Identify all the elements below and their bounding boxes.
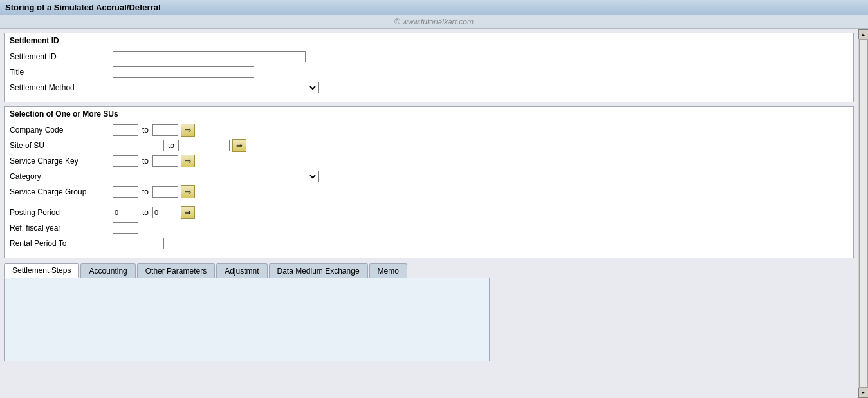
company-code-to[interactable]	[152, 124, 178, 136]
service-charge-key-row: Service Charge Key to ⇒	[10, 155, 848, 167]
selection-su-title: Selection of One or More SUs	[10, 109, 848, 120]
content-area: Settlement ID Settlement ID Title Settle…	[0, 29, 868, 398]
tab-accounting[interactable]: Accounting	[80, 263, 135, 278]
settlement-method-row: Settlement Method	[10, 81, 848, 94]
rental-period-to-row: Rental Period To	[10, 237, 848, 250]
posting-period-from[interactable]	[113, 207, 138, 218]
title-label: Title	[10, 68, 113, 77]
selection-su-section: Selection of One or More SUs Company Cod…	[4, 106, 854, 258]
title-bar: Storing of a Simulated Accrual/Deferral	[0, 0, 868, 15]
scroll-up-btn[interactable]: ▲	[858, 29, 869, 39]
company-code-row: Company Code to ⇒	[10, 124, 848, 137]
rental-period-to-label: Rental Period To	[10, 239, 113, 248]
service-charge-group-from[interactable]	[113, 186, 138, 198]
ref-fiscal-year-label: Ref. fiscal year	[10, 223, 113, 232]
service-charge-key-to[interactable]	[152, 155, 178, 167]
site-su-row: Site of SU to ⇒	[10, 139, 848, 152]
scroll-down-btn[interactable]: ▼	[858, 388, 869, 398]
site-su-label: Site of SU	[10, 141, 113, 150]
site-su-to[interactable]	[178, 140, 230, 151]
posting-period-label: Posting Period	[10, 208, 113, 217]
ref-fiscal-year-input[interactable]	[113, 222, 138, 234]
settlement-id-input[interactable]	[113, 51, 306, 62]
category-row: Category	[10, 170, 848, 183]
watermark-text: © www.tutorialkart.com	[394, 17, 474, 26]
settlement-id-label: Settlement ID	[10, 52, 113, 61]
service-charge-key-from[interactable]	[113, 155, 138, 167]
tab-adjustmnt[interactable]: Adjustmnt	[216, 263, 267, 278]
posting-period-to[interactable]	[152, 207, 178, 218]
category-select[interactable]	[113, 171, 319, 182]
tabs-area: Settlement Steps Accounting Other Parame…	[4, 263, 854, 361]
tabs-row: Settlement Steps Accounting Other Parame…	[4, 263, 854, 278]
posting-period-arrow[interactable]: ⇒	[181, 206, 195, 219]
service-charge-key-label: Service Charge Key	[10, 156, 113, 166]
tab-other-parameters[interactable]: Other Parameters	[137, 263, 215, 278]
company-code-from[interactable]	[113, 124, 138, 136]
category-label: Category	[10, 172, 113, 181]
company-code-to-label: to	[142, 126, 149, 135]
tab-content-panel	[4, 278, 490, 361]
tab-settlement-steps[interactable]: Settlement Steps	[4, 263, 79, 278]
page-title: Storing of a Simulated Accrual/Deferral	[5, 3, 161, 12]
site-su-arrow[interactable]: ⇒	[232, 139, 246, 152]
service-charge-key-to-label: to	[142, 156, 149, 166]
site-su-from[interactable]	[113, 140, 164, 151]
company-code-arrow[interactable]: ⇒	[181, 124, 195, 137]
settlement-id-title: Settlement ID	[10, 36, 848, 46]
service-charge-group-arrow[interactable]: ⇒	[181, 185, 195, 198]
settlement-id-section: Settlement ID Settlement ID Title Settle…	[4, 33, 854, 102]
tab-data-medium-exchange[interactable]: Data Medium Exchange	[269, 263, 368, 278]
service-charge-group-row: Service Charge Group to ⇒	[10, 185, 848, 198]
company-code-label: Company Code	[10, 126, 113, 135]
settlement-method-select[interactable]	[113, 82, 319, 93]
title-input[interactable]	[113, 66, 254, 78]
ref-fiscal-year-row: Ref. fiscal year	[10, 222, 848, 234]
service-charge-group-to-label: to	[142, 187, 149, 196]
watermark-bar: © www.tutorialkart.com	[0, 15, 868, 29]
main-container: Storing of a Simulated Accrual/Deferral …	[0, 0, 868, 398]
site-su-to-label: to	[168, 141, 174, 150]
service-charge-group-to[interactable]	[152, 186, 178, 198]
settlement-method-label: Settlement Method	[10, 83, 113, 92]
scroll-track[interactable]	[859, 39, 868, 388]
right-scrollbar: ▲ ▼	[858, 29, 868, 398]
posting-period-to-label: to	[142, 208, 149, 217]
title-row: Title	[10, 66, 848, 79]
posting-period-row: Posting Period to ⇒	[10, 206, 848, 219]
rental-period-to-input[interactable]	[113, 238, 164, 249]
main-panel: Settlement ID Settlement ID Title Settle…	[0, 29, 858, 398]
settlement-id-row: Settlement ID	[10, 50, 848, 63]
tab-memo[interactable]: Memo	[369, 263, 407, 278]
service-charge-group-label: Service Charge Group	[10, 187, 113, 196]
service-charge-key-arrow[interactable]: ⇒	[181, 155, 195, 167]
